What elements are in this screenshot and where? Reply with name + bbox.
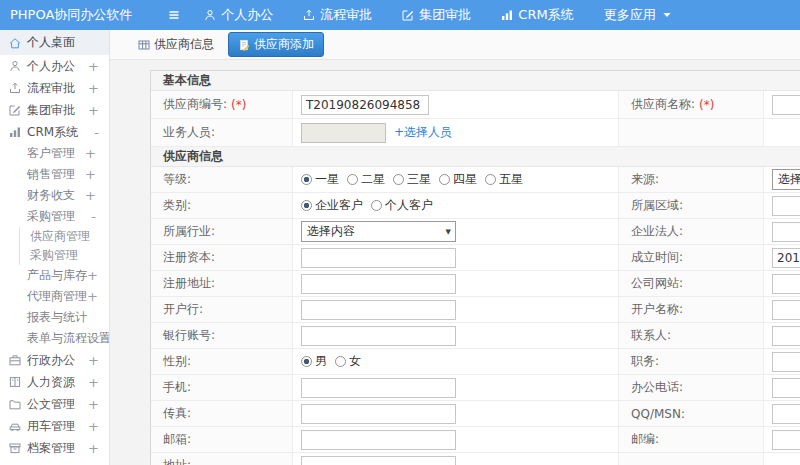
sidebar-item-form-flow-settings[interactable]: 表单与流程设置+: [0, 328, 109, 349]
expand-icon[interactable]: +: [88, 441, 109, 456]
expand-icon[interactable]: +: [88, 103, 109, 118]
sidebar-item-finance-income-expense[interactable]: 财务收支+: [0, 185, 109, 206]
account-name-input[interactable]: [772, 300, 800, 320]
supplier-level-radio-option-0[interactable]: 一星: [301, 171, 339, 188]
office-phone-input[interactable]: [772, 378, 800, 398]
supplier-level-radio-option-3[interactable]: 四星: [439, 171, 477, 188]
sidebar-item-personal-office[interactable]: 个人办公+: [0, 55, 109, 77]
sidebar-item-product-inventory[interactable]: 产品与库存+: [0, 265, 109, 286]
supplier-level-radio-option-2[interactable]: 三星: [393, 171, 431, 188]
company-website-input[interactable]: [772, 274, 800, 294]
field-label: 来源:: [631, 171, 659, 188]
menu-toggle-icon[interactable]: [168, 9, 180, 21]
bank-account-input[interactable]: [301, 326, 456, 346]
sidebar-item-personal-desktop[interactable]: 个人桌面: [0, 30, 109, 55]
sidebar-item-crm-system[interactable]: CRM系统-: [0, 121, 109, 143]
tab-supplier-add[interactable]: 供应商添加: [228, 32, 324, 57]
sidebar-item-document-mgmt[interactable]: 公文管理+: [0, 393, 109, 415]
sidebar-item-archive-mgmt[interactable]: 档案管理+: [0, 437, 109, 459]
supplier-name-input[interactable]: [772, 95, 800, 115]
nav-group-approval[interactable]: 集团审批: [402, 6, 471, 24]
source-select[interactable]: 选择内容▼: [772, 169, 800, 190]
supplier-level-radio-option-1[interactable]: 二星: [347, 171, 385, 188]
gender-radio-option-1[interactable]: 女: [335, 353, 361, 370]
email-input[interactable]: [301, 430, 456, 450]
expand-icon[interactable]: +: [85, 146, 109, 161]
gender-radio-option-0[interactable]: 男: [301, 353, 327, 370]
sidebar-item-purchase-mgmt[interactable]: 采购管理-: [0, 206, 109, 227]
collapse-icon[interactable]: -: [91, 209, 109, 224]
contact-person-input[interactable]: [772, 326, 800, 346]
supplier-level-radio-option-4[interactable]: 五星: [485, 171, 523, 188]
field-cell: [764, 297, 800, 322]
registered-address-input[interactable]: [301, 274, 456, 294]
expand-icon[interactable]: +: [88, 353, 109, 368]
industry-select[interactable]: 选择内容▼: [301, 221, 456, 242]
sidebar-item-customer-mgmt[interactable]: 客户管理+: [0, 143, 109, 164]
expand-icon[interactable]: +: [85, 167, 109, 182]
label-cell: 注册资本:: [151, 245, 293, 270]
expand-icon[interactable]: +: [88, 59, 109, 74]
expand-icon[interactable]: +: [88, 375, 109, 390]
category-radio-option-0[interactable]: 企业客户: [301, 197, 363, 214]
radio-unselected-icon: [439, 174, 450, 185]
field-label: 开户行:: [163, 301, 203, 318]
field-label: 邮编:: [631, 431, 659, 448]
form-row: 等级:一星二星三星四星五星来源:选择内容▼: [151, 167, 800, 193]
mobile-input[interactable]: [301, 378, 456, 398]
founding-date-input[interactable]: [772, 248, 800, 268]
collapse-icon[interactable]: -: [94, 125, 109, 140]
postcode-input[interactable]: [772, 430, 800, 450]
job-title-input[interactable]: [772, 352, 800, 372]
section-header: 基本信息: [151, 71, 800, 91]
expand-icon[interactable]: +: [88, 419, 109, 434]
sidebar-item-admin-office[interactable]: 行政办公+: [0, 349, 109, 371]
tab-supplier-info[interactable]: 供应商信息: [134, 33, 218, 56]
expand-icon[interactable]: +: [87, 289, 110, 304]
expand-icon[interactable]: +: [88, 81, 109, 96]
sidebar-item-group-approval[interactable]: 集团审批+: [0, 99, 109, 121]
radio-label: 女: [349, 353, 361, 370]
choose-person-link[interactable]: +选择人员: [394, 124, 452, 141]
field-cell: [764, 91, 800, 118]
nav-personal-office[interactable]: 个人办公: [204, 6, 273, 24]
category-radio-option-1[interactable]: 个人客户: [371, 197, 433, 214]
label-cell: 地址:: [151, 453, 293, 465]
address-input[interactable]: [301, 456, 456, 465]
fax-input[interactable]: [301, 404, 456, 424]
sidebar-item-supplier-mgmt[interactable]: 供应商管理: [19, 227, 109, 246]
label-cell: 供应商编号:(*): [151, 91, 293, 118]
bank-branch-input[interactable]: [301, 300, 456, 320]
sidebar-item-label: 公文管理: [27, 396, 75, 413]
field-label: 联系人:: [631, 327, 671, 344]
nav-crm-system[interactable]: CRM系统: [501, 6, 573, 24]
sidebar-item-sales-mgmt[interactable]: 销售管理+: [0, 164, 109, 185]
sidebar-item-procurement-mgmt[interactable]: 采购管理: [19, 246, 109, 265]
form-row: 邮箱:邮编:: [151, 427, 800, 453]
sidebar-item-vehicle-mgmt[interactable]: 用车管理+: [0, 415, 109, 437]
sidebar-item-workflow-approval[interactable]: 流程审批+: [0, 77, 109, 99]
form-row: 注册资本:成立时间:: [151, 245, 800, 271]
tab-bar: 供应商信息供应商添加: [110, 30, 800, 60]
field-label: 所属区域:: [631, 197, 683, 214]
business-person-input[interactable]: [301, 123, 386, 143]
qq-msn-input[interactable]: [772, 404, 800, 424]
sidebar-item-reports-statistics[interactable]: 报表与统计: [0, 307, 109, 328]
sidebar-item-agent-mgmt[interactable]: 代理商管理+: [0, 286, 109, 307]
region-input[interactable]: [772, 196, 800, 216]
sidebar-item-human-resources[interactable]: 人力资源+: [0, 371, 109, 393]
form-row: 供应商编号:(*)供应商名称:(*): [151, 91, 800, 119]
nav-more-apps[interactable]: 更多应用: [604, 6, 673, 24]
expand-icon[interactable]: +: [85, 188, 109, 203]
top-header: PHPOA协同办公软件 个人办公流程审批集团审批CRM系统更多应用: [0, 0, 800, 30]
supplier-no-input[interactable]: [301, 95, 429, 115]
registered-capital-input[interactable]: [301, 248, 456, 268]
tab-label: 供应商添加: [254, 36, 314, 53]
legal-person-input[interactable]: [772, 222, 800, 242]
expand-icon[interactable]: +: [88, 397, 109, 412]
expand-icon[interactable]: +: [87, 268, 110, 283]
nav-workflow-approval[interactable]: 流程审批: [303, 6, 372, 24]
sidebar-item-label: 行政办公: [27, 352, 75, 369]
sidebar-item-label: 报表与统计: [27, 309, 87, 326]
field-cell: [293, 271, 619, 296]
